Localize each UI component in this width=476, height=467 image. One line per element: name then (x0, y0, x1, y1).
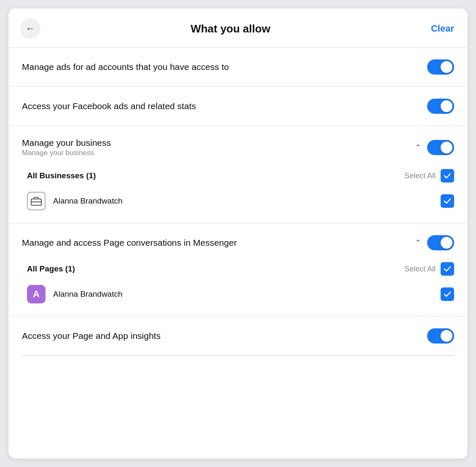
toggle-manage-ads[interactable] (427, 59, 454, 75)
check-icon (444, 172, 451, 180)
page-item-alanna: A Alanna Brandwatch (22, 279, 454, 309)
main-card: ← What you allow Clear Manage ads for ad… (8, 8, 468, 459)
permission-manage-ads-label: Manage ads for ad accounts that you have… (22, 62, 229, 72)
select-all-pages-checkbox[interactable] (441, 262, 454, 276)
select-all-businesses-text: Select All (404, 172, 436, 180)
all-pages-label: All Pages (1) (27, 264, 75, 274)
clear-button[interactable]: Clear (420, 23, 454, 34)
check-icon (444, 197, 451, 205)
business-item-alanna-label: Alanna Brandwatch (53, 196, 123, 206)
bottom-divider (22, 355, 454, 356)
permission-page-insights: Access your Page and App insights (8, 317, 468, 355)
permissions-list: Manage ads for ad accounts that you have… (8, 48, 468, 356)
briefcase-icon (27, 192, 45, 210)
back-icon: ← (26, 23, 35, 34)
messenger-sub-section: All Pages (1) Select All A Alanna Brandw (22, 254, 454, 316)
check-icon (444, 290, 451, 298)
permission-manage-business-sublabel: Manage your business (22, 149, 111, 157)
header: ← What you allow Clear (8, 8, 468, 48)
permission-page-insights-label: Access your Page and App insights (22, 331, 160, 341)
permission-manage-messenger-label: Manage and access Page conversations in … (22, 238, 237, 248)
check-icon (444, 265, 451, 273)
select-all-pages-text: Select All (404, 265, 436, 274)
toggle-page-insights[interactable] (427, 328, 454, 344)
permission-manage-business: Manage your business Manage your busines… (8, 126, 468, 223)
all-businesses-label: All Businesses (1) (27, 171, 96, 180)
toggle-manage-messenger[interactable] (427, 235, 454, 250)
permission-manage-messenger: Manage and access Page conversations in … (8, 223, 468, 317)
permission-access-fb-ads-label: Access your Facebook ads and related sta… (22, 101, 196, 111)
permission-manage-ads: Manage ads for ad accounts that you have… (8, 48, 468, 87)
page-item-alanna-label: Alanna Brandwatch (53, 290, 123, 299)
back-button[interactable]: ← (20, 19, 40, 39)
business-item-alanna-checkbox[interactable] (441, 194, 454, 208)
business-sub-section: All Businesses (1) Select All (22, 161, 454, 223)
chevron-up-icon-business[interactable]: ⌃ (415, 143, 421, 152)
toggle-access-fb-ads[interactable] (427, 99, 454, 114)
page-item-alanna-checkbox[interactable] (441, 287, 454, 301)
chevron-up-icon-messenger[interactable]: ⌃ (415, 238, 421, 247)
permission-manage-business-label: Manage your business (22, 138, 111, 148)
toggle-manage-business[interactable] (427, 140, 454, 155)
business-item-alanna: Alanna Brandwatch (22, 186, 454, 216)
page-title: What you allow (40, 22, 420, 35)
avatar-icon-alanna: A (27, 285, 45, 303)
select-all-businesses-checkbox[interactable] (441, 169, 454, 183)
permission-access-fb-ads: Access your Facebook ads and related sta… (8, 87, 468, 126)
